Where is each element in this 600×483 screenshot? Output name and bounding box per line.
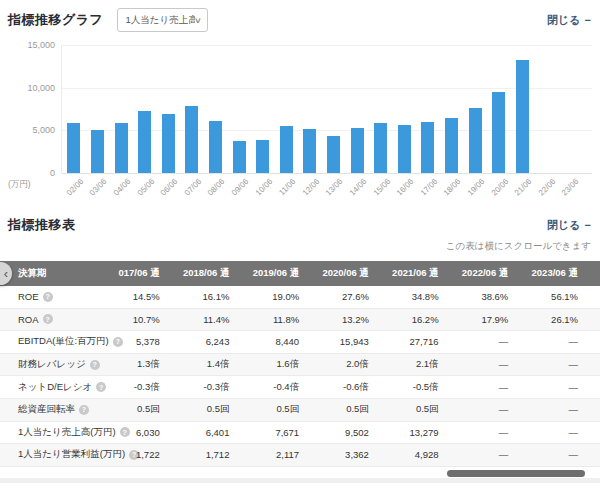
table-close-label: 閉じる	[547, 218, 581, 233]
horizontal-scrollbar-thumb[interactable]	[447, 470, 585, 477]
table-cell: —	[461, 404, 531, 415]
table-row: 財務レバレッジ?1.3倍1.4倍1.6倍2.0倍2.1倍——	[0, 354, 600, 377]
x-axis-tick-label: 20/06	[489, 177, 510, 198]
graph-section-title: 指標推移グラフ	[8, 11, 103, 29]
table-cell: 14.5%	[112, 291, 182, 302]
table-cell: —	[530, 382, 600, 393]
table-cell: 3,362	[321, 449, 391, 460]
chart-bar	[351, 128, 364, 173]
minus-icon: −	[585, 14, 591, 26]
graph-close-button[interactable]: 閉じる −	[547, 13, 591, 28]
table-cell: 27.6%	[321, 291, 391, 302]
help-icon[interactable]: ?	[96, 382, 106, 392]
x-axis-line	[62, 173, 592, 174]
table-cell: 15,943	[321, 336, 391, 347]
x-axis-tick-label: 16/06	[395, 177, 416, 198]
x-axis-tick-label: 07/06	[183, 177, 204, 198]
chart-bar	[162, 114, 175, 173]
row-label-text: ROA	[18, 314, 39, 325]
table-cell: 26.1%	[530, 314, 600, 325]
table-cell: —	[530, 427, 600, 438]
x-axis-tick-label: 15/06	[371, 177, 392, 198]
table-cell: 38.6%	[461, 291, 531, 302]
table-header-cell: 決算期	[0, 267, 112, 280]
x-axis-tick-label: 02/06	[65, 177, 86, 198]
table-cell: 5,378	[112, 336, 182, 347]
chart-bar	[115, 123, 128, 173]
y-axis-unit-label: (万円)	[8, 179, 31, 191]
page-bottom-strip	[0, 478, 600, 483]
indicator-panel: 指標推移グラフ 1人当たり売上高 ∨ 閉じる − 05,00010,00015,…	[0, 0, 600, 483]
table-header-cell: 2019/06 通	[251, 267, 321, 280]
x-axis-tick-label: 08/06	[206, 177, 227, 198]
chevron-down-icon: ∨	[193, 16, 201, 25]
table-row: ROE?14.5%16.1%19.0%27.6%34.8%38.6%56.1%	[0, 286, 600, 309]
table-cell: 6,243	[182, 336, 252, 347]
chart-bar	[374, 123, 387, 173]
table-cell: —	[530, 449, 600, 460]
scroll-hint: この表は横にスクロールできます	[446, 240, 591, 253]
table-cell: 4,928	[391, 449, 461, 460]
x-axis-tick-label: 22/06	[537, 177, 558, 198]
metric-select[interactable]: 1人当たり売上高 ∨	[117, 8, 208, 32]
table-cell: -0.6倍	[321, 381, 391, 394]
table-cell: 0.5回	[321, 403, 391, 416]
graph-close-label: 閉じる	[547, 13, 581, 28]
row-label: ネットD/Eレシオ?	[0, 381, 112, 394]
table-header-cell: 2018/06 通	[182, 267, 252, 280]
row-label: ROA?	[0, 314, 112, 325]
table-cell: 1.4倍	[182, 358, 252, 371]
table-row: ネットD/Eレシオ?-0.3倍-0.3倍-0.4倍-0.6倍-0.5倍——	[0, 376, 600, 399]
table-cell: 2.1倍	[391, 358, 461, 371]
chart-bar	[492, 92, 505, 173]
table-cell: 0.5回	[112, 403, 182, 416]
x-axis-tick-label: 23/06	[560, 177, 581, 198]
help-icon[interactable]: ?	[90, 360, 100, 370]
table-cell: 13,279	[391, 427, 461, 438]
table-cell: —	[461, 449, 531, 460]
x-axis-tick-label: 21/06	[513, 177, 534, 198]
metrics-table: 決算期017/06 通2018/06 通2019/06 通2020/06 通20…	[0, 261, 600, 467]
table-cell: —	[530, 336, 600, 347]
table-cell: 1,722	[112, 449, 182, 460]
y-axis-line	[61, 45, 62, 174]
chart-bar	[91, 130, 104, 173]
help-icon[interactable]: ?	[43, 314, 53, 324]
table-cell: 16.1%	[182, 291, 252, 302]
table-row: EBITDA(単位:百万円)?5,3786,2438,44015,94327,7…	[0, 331, 600, 354]
table-cell: 0.5回	[251, 403, 321, 416]
chart-bar	[256, 140, 269, 173]
table-cell: 13.2%	[321, 314, 391, 325]
x-axis-tick-label: 18/06	[442, 177, 463, 198]
table-cell: —	[461, 382, 531, 393]
table-row: 1人当たり売上高(万円)?6,0306,4017,6719,50213,279—…	[0, 422, 600, 445]
row-label: 総資産回転率?	[0, 403, 112, 416]
table-cell: 6,401	[182, 427, 252, 438]
table-cell: 0.5回	[182, 403, 252, 416]
table-cell: 8,440	[251, 336, 321, 347]
table-cell: -0.3倍	[182, 381, 252, 394]
chevron-left-icon: ‹	[4, 267, 8, 280]
help-icon[interactable]: ?	[43, 292, 53, 302]
table-close-button[interactable]: 閉じる −	[547, 218, 591, 233]
chart-bar	[67, 123, 80, 173]
chart-bar	[445, 118, 458, 173]
chart-bar	[469, 108, 482, 174]
row-label: EBITDA(単位:百万円)?	[0, 335, 112, 348]
table-cell: 7,671	[251, 427, 321, 438]
table-row: 総資産回転率?0.5回0.5回0.5回0.5回0.5回——	[0, 399, 600, 422]
gridline	[62, 88, 592, 89]
x-axis-tick-label: 14/06	[348, 177, 369, 198]
table-header-row: 決算期017/06 通2018/06 通2019/06 通2020/06 通20…	[0, 261, 600, 286]
table-cell: 6,030	[112, 427, 182, 438]
table-cell: 11.4%	[182, 314, 252, 325]
y-axis-tick-label: 10,000	[5, 83, 55, 93]
table-header-cell: 017/06 通	[112, 267, 182, 280]
table-cell: 56.1%	[530, 291, 600, 302]
help-icon[interactable]: ?	[79, 405, 89, 415]
x-axis-tick-label: 12/06	[301, 177, 322, 198]
bar-chart: 05,00010,00015,000(万円)02/0603/0604/0605/…	[0, 38, 600, 210]
chart-bar	[185, 106, 198, 173]
table-cell: -0.3倍	[112, 381, 182, 394]
table-cell: 0.5回	[391, 403, 461, 416]
